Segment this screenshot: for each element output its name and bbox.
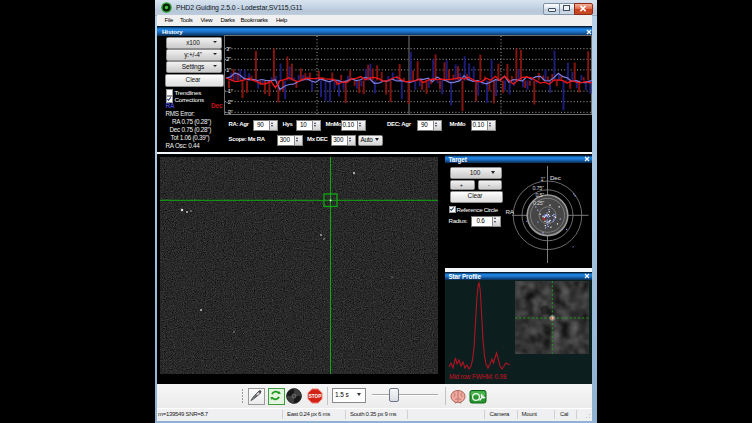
svg-text:STOP: STOP [308, 394, 320, 399]
